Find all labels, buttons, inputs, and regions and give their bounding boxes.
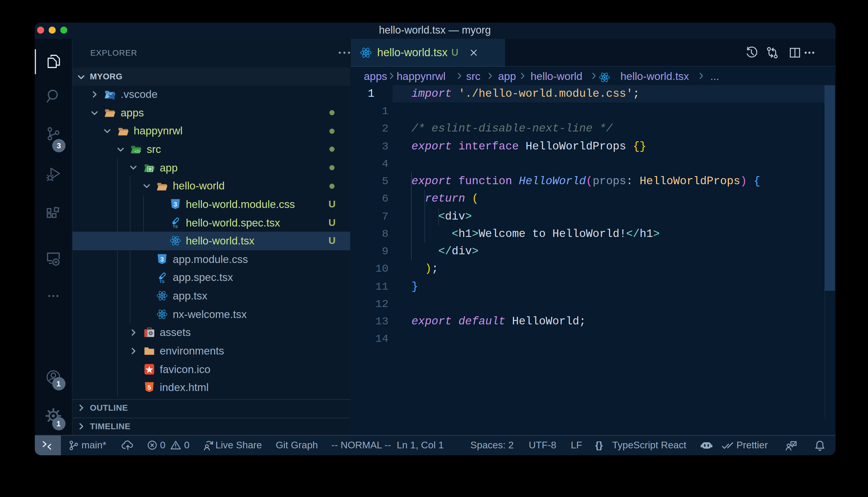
- svg-text:3: 3: [160, 256, 164, 263]
- svg-text:TS: TS: [160, 280, 164, 283]
- svg-text:TS: TS: [173, 225, 177, 228]
- svg-text:</>: </>: [135, 149, 141, 154]
- svg-text:5: 5: [147, 384, 151, 391]
- svg-text:3: 3: [174, 201, 177, 208]
